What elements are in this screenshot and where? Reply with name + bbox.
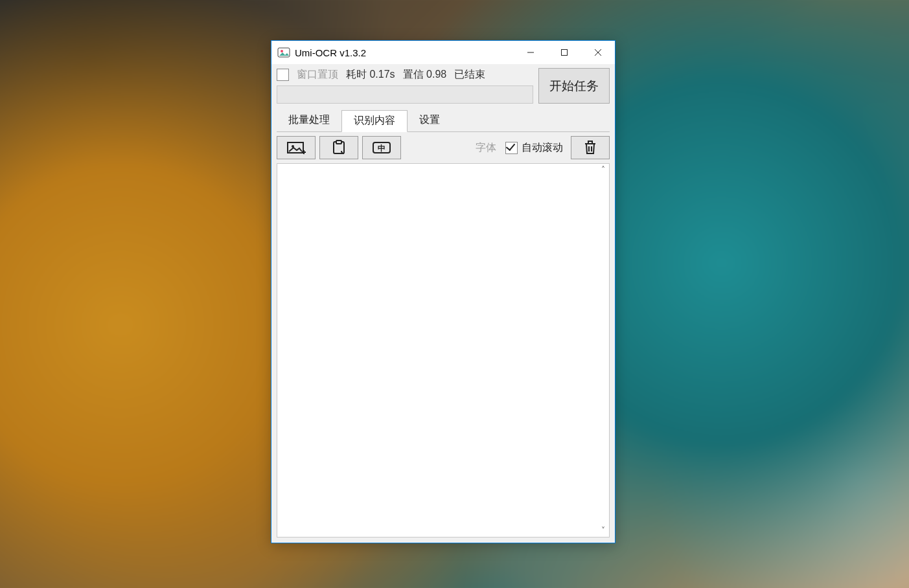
ocr-text-button[interactable]: 中 — [362, 136, 401, 159]
state-label: 已结束 — [454, 68, 485, 82]
status-line: 窗口置顶 耗时 0.17s 置信 0.98 已结束 — [277, 68, 533, 82]
pin-checkbox[interactable] — [277, 69, 289, 81]
tabs: 批量处理 识别内容 设置 — [277, 110, 610, 132]
auto-scroll-label: 自动滚动 — [522, 141, 563, 155]
time-label: 耗时 0.17s — [346, 68, 395, 82]
screenshot-button[interactable] — [277, 136, 316, 159]
window-title: Umi-OCR v1.3.2 — [295, 47, 366, 58]
tab-settings[interactable]: 设置 — [408, 110, 452, 131]
start-task-button[interactable]: 开始任务 — [538, 68, 610, 104]
pin-label: 窗口置顶 — [297, 68, 338, 82]
auto-scroll-checkbox[interactable] — [505, 142, 518, 154]
maximize-button[interactable] — [547, 41, 581, 64]
svg-text:中: 中 — [378, 144, 385, 153]
scroll-up-icon[interactable]: ˄ — [598, 165, 608, 175]
top-row: 窗口置顶 耗时 0.17s 置信 0.98 已结束 开始任务 — [271, 64, 615, 104]
minimize-button[interactable] — [514, 41, 547, 64]
svg-rect-15 — [588, 141, 592, 144]
svg-rect-11 — [336, 141, 341, 144]
tab-batch[interactable]: 批量处理 — [277, 110, 341, 131]
auto-scroll-toggle[interactable]: 自动滚动 — [505, 141, 563, 155]
app-window: Umi-OCR v1.3.2 窗口置顶 耗时 0.17s 置信 0.98 已结束… — [271, 40, 616, 543]
progress-bar — [277, 85, 533, 104]
toolbar: 中 字体 自动滚动 — [277, 136, 610, 159]
tab-recognize[interactable]: 识别内容 — [341, 110, 408, 132]
svg-point-1 — [281, 50, 283, 52]
clipboard-button[interactable] — [319, 136, 358, 159]
delete-button[interactable] — [571, 136, 610, 159]
confidence-label: 置信 0.98 — [403, 68, 447, 82]
svg-rect-3 — [562, 50, 568, 56]
output-textarea[interactable]: ˄ ˅ — [277, 163, 610, 537]
scroll-down-icon[interactable]: ˅ — [598, 526, 608, 536]
app-icon — [277, 46, 290, 59]
font-label[interactable]: 字体 — [476, 141, 496, 155]
titlebar[interactable]: Umi-OCR v1.3.2 — [271, 41, 615, 64]
close-button[interactable] — [581, 41, 615, 64]
